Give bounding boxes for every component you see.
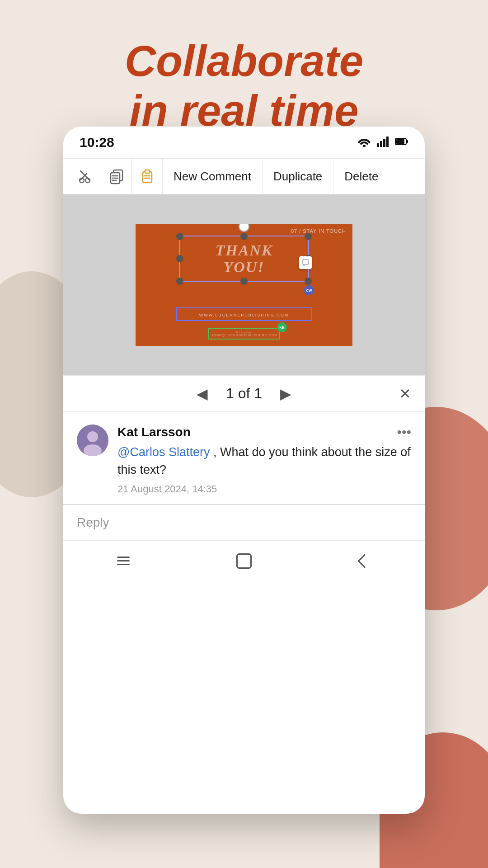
handle-br[interactable] bbox=[305, 278, 312, 285]
delete-button[interactable]: Delete bbox=[333, 158, 389, 194]
comment-more-button[interactable]: ••• bbox=[397, 425, 411, 440]
handle-tm[interactable] bbox=[240, 233, 248, 240]
pagination-close-button[interactable]: ✕ bbox=[399, 385, 411, 402]
pagination-text: 1 of 1 bbox=[226, 385, 262, 402]
svg-rect-3 bbox=[383, 139, 385, 147]
paste-button[interactable] bbox=[132, 158, 163, 194]
handle-bm[interactable] bbox=[240, 278, 248, 285]
handle-ml[interactable] bbox=[176, 255, 183, 262]
cut-button[interactable] bbox=[70, 158, 101, 194]
comment-header: Kat Larsson ••• @Carlos Slattery , What … bbox=[77, 425, 411, 495]
canvas-area[interactable]: 07 / STAY IN TOUCH THANK YOU! bbox=[63, 194, 425, 375]
status-icons bbox=[357, 136, 408, 149]
wifi-icon bbox=[357, 136, 371, 149]
svg-rect-4 bbox=[386, 137, 389, 147]
pagination-next-button[interactable]: ▶ bbox=[280, 385, 291, 402]
phone-frame: 10:28 bbox=[63, 127, 425, 814]
signal-icon bbox=[377, 136, 389, 149]
reply-bar[interactable]: Reply bbox=[63, 504, 425, 540]
svg-rect-21 bbox=[302, 259, 309, 264]
url-text: WWW.LUCERNEPUBLISHING.COM bbox=[199, 313, 289, 317]
comment-body: Kat Larsson ••• @Carlos Slattery , What … bbox=[117, 425, 411, 495]
handle-tl[interactable] bbox=[176, 233, 183, 240]
svg-rect-2 bbox=[380, 141, 382, 147]
nav-lines-icon bbox=[117, 557, 130, 565]
battery-icon bbox=[395, 137, 408, 148]
nav-back-icon bbox=[357, 554, 371, 568]
copy-button[interactable] bbox=[101, 158, 132, 194]
svg-rect-18 bbox=[145, 170, 150, 173]
status-bar: 10:28 bbox=[63, 127, 425, 158]
svg-point-0 bbox=[363, 145, 366, 147]
selected-text-box[interactable]: THANK YOU! bbox=[185, 242, 303, 276]
nav-back-button[interactable] bbox=[347, 547, 383, 575]
pagination-prev-button[interactable]: ◀ bbox=[197, 385, 208, 402]
kb-badge: KB bbox=[277, 322, 287, 332]
comment-user-row: Kat Larsson ••• bbox=[117, 425, 411, 440]
slide[interactable]: 07 / STAY IN TOUCH THANK YOU! bbox=[136, 224, 352, 346]
svg-rect-6 bbox=[406, 140, 408, 143]
bottom-nav bbox=[63, 540, 425, 581]
nav-home-icon bbox=[236, 553, 252, 569]
cw-badge: CW bbox=[304, 285, 314, 295]
comment-date: 21 August 2024, 14:35 bbox=[117, 483, 411, 495]
url-box[interactable]: WWW.LUCERNEPUBLISHING.COM CW bbox=[176, 307, 312, 321]
avatar bbox=[77, 425, 108, 456]
reply-input[interactable]: Reply bbox=[77, 515, 411, 530]
comment-panel: Kat Larsson ••• @Carlos Slattery , What … bbox=[63, 411, 425, 504]
nav-lines-button[interactable] bbox=[105, 547, 141, 575]
comment-text: @Carlos Slattery , What do you think abo… bbox=[117, 443, 411, 479]
svg-rect-7 bbox=[396, 139, 404, 144]
rotate-handle[interactable] bbox=[239, 224, 249, 232]
email-box[interactable]: For Inquiries: JOHN@LUCERNEPUBLISHING.CO… bbox=[208, 328, 280, 340]
hero-heading: Collaborate in real time bbox=[0, 36, 488, 136]
comment-username: Kat Larsson bbox=[117, 425, 191, 439]
pagination-bar: ◀ 1 of 1 ▶ ✕ bbox=[63, 375, 425, 411]
hero-line1: Collaborate bbox=[125, 37, 363, 85]
toolbar: New Comment Duplicate Delete bbox=[63, 158, 425, 194]
status-time: 10:28 bbox=[80, 135, 114, 150]
handle-bl[interactable] bbox=[176, 278, 183, 285]
new-comment-button[interactable]: New Comment bbox=[163, 158, 263, 194]
svg-rect-1 bbox=[377, 143, 379, 147]
handle-tr[interactable] bbox=[305, 233, 312, 240]
slide-label: 07 / STAY IN TOUCH bbox=[291, 228, 346, 234]
comment-bubble-icon[interactable] bbox=[299, 256, 312, 269]
duplicate-button[interactable]: Duplicate bbox=[263, 158, 333, 194]
svg-point-23 bbox=[87, 431, 98, 442]
selection-handles bbox=[179, 236, 309, 282]
email-text: JOHN@LUCERNEPUBLISHING.COM bbox=[211, 334, 277, 337]
nav-home-button[interactable] bbox=[226, 547, 262, 575]
comment-mention: @Carlos Slattery bbox=[117, 445, 210, 459]
